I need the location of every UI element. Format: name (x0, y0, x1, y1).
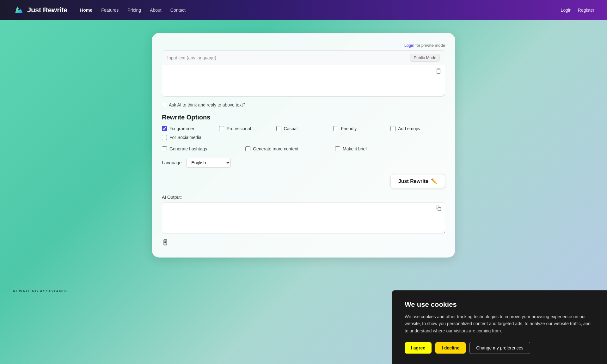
ai-think-row: Ask AI to think and reply to above text? (162, 102, 445, 107)
navbar: Just Rewrite Home Features Pricing About… (0, 0, 607, 20)
option-make-it-brief[interactable]: Make it brief (335, 146, 398, 151)
input-textarea-wrapper (162, 65, 445, 98)
cookie-banner: We use cookies We use cookies and other … (392, 290, 607, 364)
nav-features[interactable]: Features (101, 8, 119, 13)
ai-think-label[interactable]: Ask AI to think and reply to above text? (169, 102, 245, 107)
cookie-text: We use cookies and other tracking techno… (405, 313, 594, 334)
svg-rect-4 (164, 241, 166, 242)
svg-rect-2 (438, 208, 441, 211)
ai-output-wrapper (162, 202, 445, 235)
option-for-socialmedia[interactable]: For Socialmedia (162, 135, 201, 140)
nav-home[interactable]: Home (80, 8, 92, 13)
nav-register[interactable]: Register (578, 8, 594, 13)
language-label: Language (162, 160, 181, 165)
nav-contact[interactable]: Contact (170, 8, 186, 13)
cookie-change-prefs-button[interactable]: Change my preferences (469, 342, 530, 354)
option-fix-grammer[interactable]: Fix grammer (162, 126, 217, 131)
option-for-socialmedia-label[interactable]: For Socialmedia (169, 135, 201, 140)
cookie-buttons: I agree I decline Change my preferences (405, 342, 594, 354)
nav-pricing[interactable]: Pricing (127, 8, 141, 13)
option-add-emojis[interactable]: Add emojis (390, 126, 445, 131)
language-select[interactable]: English Spanish French German Italian Po… (187, 158, 231, 168)
nav-links: Home Features Pricing About Contact (80, 8, 561, 13)
main-content: Login for private mode Input text (any l… (0, 20, 607, 270)
logo-text: Just Rewrite (27, 6, 67, 14)
logo[interactable]: Just Rewrite (13, 4, 67, 16)
login-private-link[interactable]: Login (404, 43, 414, 48)
option-casual[interactable]: Casual (276, 126, 331, 131)
option-generate-more-content-label[interactable]: Generate more content (253, 146, 298, 151)
option-casual-label[interactable]: Casual (284, 126, 298, 131)
export-icon[interactable] (162, 239, 169, 247)
options-row3: Generate hashtags Generate more content … (162, 146, 445, 151)
options-row2: For Socialmedia (162, 135, 445, 140)
cookie-agree-button[interactable]: I agree (405, 342, 432, 354)
rewrite-options-title: Rewrite Options (162, 114, 445, 121)
option-add-emojis-label[interactable]: Add emojis (398, 126, 420, 131)
option-generate-hashtags-label[interactable]: Generate hashtags (169, 146, 207, 151)
private-mode-text: for private mode (415, 43, 445, 48)
pencil-icon: ✏️ (431, 178, 437, 184)
nav-about[interactable]: About (150, 8, 162, 13)
paste-icon[interactable] (436, 68, 441, 75)
ai-output-textarea[interactable] (162, 202, 445, 234)
input-header: Input text (any language) Public Mode (162, 50, 445, 65)
option-professional[interactable]: Professional (219, 126, 274, 131)
cookie-decline-button[interactable]: I decline (435, 342, 466, 354)
just-rewrite-label: Just Rewrite (398, 179, 428, 184)
input-textarea[interactable] (162, 65, 445, 97)
option-friendly-label[interactable]: Friendly (341, 126, 357, 131)
svg-rect-3 (164, 241, 166, 241)
input-placeholder-label: Input text (any language) (167, 55, 216, 60)
option-friendly[interactable]: Friendly (333, 126, 388, 131)
card-topbar: Login for private mode (162, 43, 445, 48)
language-row: Language English Spanish French German I… (162, 158, 445, 168)
svg-rect-5 (164, 242, 166, 243)
options-row1: Fix grammer Professional Casual Friendly… (162, 126, 445, 131)
option-fix-grammer-label[interactable]: Fix grammer (169, 126, 194, 131)
main-card: Login for private mode Input text (any l… (152, 33, 455, 258)
public-mode-badge: Public Mode (410, 54, 440, 62)
just-rewrite-button[interactable]: Just Rewrite ✏️ (390, 174, 445, 188)
nav-login[interactable]: Login (561, 8, 572, 13)
cookie-title: We use cookies (405, 300, 594, 309)
svg-rect-1 (438, 69, 439, 70)
logo-icon (13, 4, 24, 16)
option-make-it-brief-label[interactable]: Make it brief (343, 146, 367, 151)
option-generate-hashtags[interactable]: Generate hashtags (162, 146, 225, 151)
ai-output-label: AI Output: (162, 195, 445, 200)
button-row: Just Rewrite ✏️ (162, 174, 445, 188)
ai-think-checkbox[interactable] (162, 103, 166, 107)
option-generate-more-content[interactable]: Generate more content (245, 146, 315, 151)
copy-icon[interactable] (436, 205, 441, 212)
nav-auth: Login Register (561, 8, 594, 13)
export-row (162, 239, 445, 247)
option-professional-label[interactable]: Professional (227, 126, 251, 131)
